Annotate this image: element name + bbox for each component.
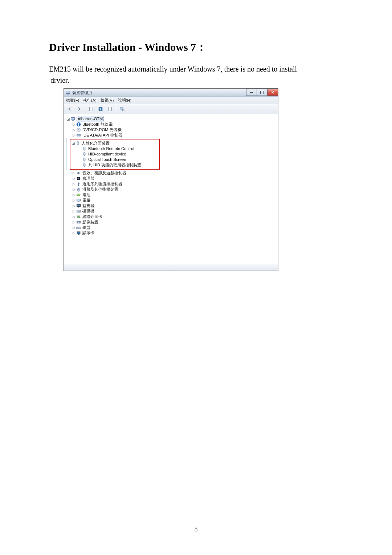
collapse-icon[interactable]: ◢ bbox=[71, 141, 75, 146]
tree-leaf[interactable]: · HID-compliant device bbox=[71, 151, 158, 157]
tree-node[interactable]: ▷ DVD/CD-ROM 光碟機 bbox=[65, 127, 277, 133]
disc-icon bbox=[76, 127, 81, 133]
expand-icon[interactable]: ▷ bbox=[72, 203, 76, 208]
node-label: 音效、視訊及遊戲控制器 bbox=[82, 170, 126, 176]
tree-node[interactable]: ▷ IDE ATA/ATAPI 控制器 bbox=[65, 133, 277, 138]
expand-icon[interactable]: ▷ bbox=[72, 170, 76, 176]
root-label: Albatron-OTM bbox=[77, 116, 104, 122]
toolbar-separator bbox=[85, 106, 85, 112]
disk-icon bbox=[76, 208, 81, 214]
toolbar-help-button[interactable] bbox=[96, 105, 105, 113]
expand-icon[interactable]: ▷ bbox=[72, 198, 76, 203]
tree-node[interactable]: ▷ Bluetooth 無線電 bbox=[65, 122, 277, 127]
tree-node[interactable]: ▷鍵盤 bbox=[65, 225, 277, 230]
leaf-label: Optical Touch Screen bbox=[88, 157, 126, 162]
node-label: 影像裝置 bbox=[82, 219, 98, 225]
tree-node[interactable]: ▷滑鼠及其他指標裝置 bbox=[65, 187, 277, 192]
expand-icon[interactable]: ▷ bbox=[72, 219, 76, 225]
computer-icon bbox=[76, 198, 81, 203]
leaf-label: HID-compliant device bbox=[88, 151, 126, 157]
keyboard-icon bbox=[76, 225, 81, 230]
hid-icon bbox=[82, 157, 87, 162]
doc-paragraph: EM215 will be recognized automatically u… bbox=[49, 64, 343, 86]
battery-icon bbox=[76, 192, 81, 198]
highlighted-hid-group: ◢ 人性化介面裝置 · Bluetooth Remote Control · H… bbox=[70, 139, 160, 170]
camera-icon bbox=[76, 219, 81, 225]
tree-leaf[interactable]: · 具 HID 功能的取用者控制裝置 bbox=[71, 162, 158, 168]
leaf-label: Bluetooth Remote Control bbox=[88, 146, 134, 151]
tree-node[interactable]: ▷電池 bbox=[65, 192, 277, 198]
hid-label: 人性化介面裝置 bbox=[82, 141, 110, 146]
hid-icon bbox=[82, 151, 87, 157]
display-icon bbox=[76, 230, 81, 236]
node-label: 顯示卡 bbox=[82, 230, 94, 236]
menu-view[interactable]: 檢視(V) bbox=[101, 98, 114, 102]
node-label: Bluetooth 無線電 bbox=[82, 122, 113, 127]
network-icon bbox=[76, 214, 81, 219]
titlebar[interactable]: 裝置管理員 ✕ bbox=[64, 89, 278, 97]
leaf-label: 具 HID 功能的取用者控制裝置 bbox=[88, 162, 141, 168]
toolbar-back-button[interactable] bbox=[65, 105, 74, 113]
expand-icon[interactable]: ▷ bbox=[72, 122, 76, 127]
devmgr-icon bbox=[65, 90, 70, 95]
toolbar-properties-button[interactable] bbox=[87, 105, 95, 113]
mouse-icon bbox=[76, 187, 81, 192]
maximize-button[interactable] bbox=[257, 89, 268, 96]
computer-icon bbox=[70, 116, 75, 122]
menu-action[interactable]: 執行(A) bbox=[83, 98, 97, 102]
node-label: 電腦 bbox=[82, 198, 90, 203]
tree-node[interactable]: ▷顯示卡 bbox=[65, 230, 277, 236]
hid-icon bbox=[75, 141, 81, 146]
device-tree: ◢ Albatron-OTM ▷ Bluetooth 無線電 ▷ DVD/CD-… bbox=[64, 114, 278, 264]
tree-node[interactable]: ▷磁碟機 bbox=[65, 208, 277, 214]
para-line1: EM215 will be recognized automatically u… bbox=[49, 65, 297, 73]
toolbar bbox=[64, 104, 278, 114]
ide-icon bbox=[76, 133, 81, 138]
expand-icon[interactable]: ▷ bbox=[72, 208, 76, 214]
toolbar-properties2-button[interactable] bbox=[106, 105, 114, 113]
tree-node[interactable]: ▷音效、視訊及遊戲控制器 bbox=[65, 170, 277, 176]
menu-help[interactable]: 說明(H) bbox=[118, 98, 131, 102]
monitor-icon bbox=[76, 203, 81, 208]
tree-node[interactable]: ▷監視器 bbox=[65, 203, 277, 208]
node-label: 電池 bbox=[82, 192, 90, 198]
expand-icon[interactable]: ▷ bbox=[72, 214, 76, 219]
node-label: 磁碟機 bbox=[82, 208, 94, 214]
hid-icon bbox=[82, 162, 87, 168]
node-label: 滑鼠及其他指標裝置 bbox=[82, 187, 118, 192]
titlebar-text: 裝置管理員 bbox=[72, 90, 92, 96]
tree-node[interactable]: ▷電腦 bbox=[65, 198, 277, 203]
expand-icon[interactable]: ▷ bbox=[72, 181, 76, 187]
expand-icon[interactable]: ▷ bbox=[72, 225, 76, 230]
node-label: 處理器 bbox=[82, 176, 94, 181]
tree-leaf[interactable]: · Optical Touch Screen bbox=[71, 157, 158, 162]
usb-icon bbox=[76, 181, 81, 187]
tree-node[interactable]: ▷影像裝置 bbox=[65, 219, 277, 225]
expand-icon[interactable]: ▷ bbox=[72, 187, 76, 192]
status-bar bbox=[64, 264, 278, 271]
window-buttons: ✕ bbox=[246, 89, 278, 95]
tree-node[interactable]: ▷網路介面卡 bbox=[65, 214, 277, 219]
doc-title: Driver Installation - Windows 7： bbox=[49, 40, 343, 55]
sound-icon bbox=[76, 170, 81, 176]
menu-file[interactable]: 檔案(F) bbox=[66, 98, 79, 102]
tree-node-hid[interactable]: ◢ 人性化介面裝置 bbox=[71, 141, 158, 146]
menubar[interactable]: 檔案(F) 執行(A) 檢視(V) 說明(H) bbox=[64, 97, 278, 104]
close-button[interactable]: ✕ bbox=[267, 89, 278, 96]
toolbar-forward-button[interactable] bbox=[75, 105, 83, 113]
expand-icon[interactable]: ▷ bbox=[72, 230, 76, 236]
tree-node[interactable]: ▷處理器 bbox=[65, 176, 277, 181]
tree-leaf[interactable]: · Bluetooth Remote Control bbox=[71, 146, 158, 151]
hid-icon bbox=[82, 146, 87, 151]
toolbar-scan-button[interactable] bbox=[118, 105, 126, 113]
expand-icon[interactable]: ▷ bbox=[72, 127, 76, 133]
node-label: DVD/CD-ROM 光碟機 bbox=[82, 127, 122, 133]
collapse-icon[interactable]: ◢ bbox=[66, 116, 70, 122]
expand-icon[interactable]: ▷ bbox=[72, 192, 76, 198]
para-line2: drvier. bbox=[49, 75, 343, 86]
expand-icon[interactable]: ▷ bbox=[72, 176, 76, 181]
expand-icon[interactable]: ▷ bbox=[72, 133, 76, 138]
tree-node[interactable]: ▷通用序列匯流排控制器 bbox=[65, 181, 277, 187]
minimize-button[interactable] bbox=[246, 89, 257, 96]
tree-root[interactable]: ◢ Albatron-OTM bbox=[65, 116, 277, 122]
